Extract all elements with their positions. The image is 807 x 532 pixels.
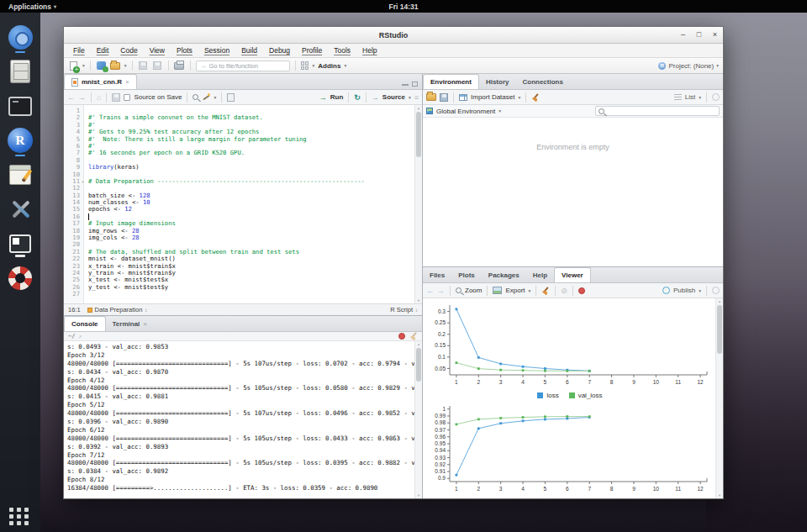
find-replace-icon[interactable] [193,94,198,100]
goto-file-search[interactable]: → [196,61,290,71]
forward-icon[interactable]: → [437,287,445,295]
chevron-down-icon[interactable]: ▾ [498,108,501,113]
svg-text:0.99: 0.99 [435,413,446,419]
open-file-button[interactable] [110,61,121,71]
forward-icon[interactable]: → [78,93,86,102]
menu-item[interactable]: Code [114,46,143,55]
menu-item[interactable]: Tools [328,46,356,55]
goto-file-input[interactable] [209,62,286,70]
dock-item-chromium[interactable] [4,20,36,54]
back-icon[interactable]: ← [426,287,434,295]
source-on-save-checkbox[interactable] [124,94,130,101]
menu-item[interactable]: Session [198,46,235,55]
dock-item-terminal[interactable] [4,89,36,123]
menu-item[interactable]: View [144,46,171,55]
save-workspace-icon[interactable] [440,93,448,102]
scrollbar-thumb[interactable] [416,348,421,382]
code-area[interactable]: #' Trains a simple convnet on the MNIST … [84,105,414,303]
maximize-pane-icon[interactable] [412,82,418,87]
viewer-tab[interactable]: Files [423,267,451,282]
dock-item-file-manager[interactable] [4,55,36,88]
menu-item[interactable]: Edit [91,46,115,55]
minimize-pane-icon[interactable] [402,84,409,86]
close-tab-icon[interactable]: × [125,78,129,86]
tab-mnist-cnn[interactable]: mnist_cnn.R × [64,74,137,89]
clear-console-icon[interactable] [409,332,418,340]
section-jump-menu[interactable]: Data Preparation ↕ [87,306,148,313]
load-workspace-icon[interactable] [426,93,436,101]
clear-all-icon[interactable]: ⊘ [561,287,567,295]
save-button[interactable] [138,61,149,71]
back-icon[interactable]: ← [67,93,75,102]
dock-item-display[interactable] [4,227,36,261]
menu-item[interactable]: Profile [296,46,328,55]
source-button[interactable]: Source [382,93,405,101]
code-tools-icon[interactable] [202,93,210,102]
compile-report-icon[interactable] [227,93,235,102]
viewer-tab[interactable]: Help [526,267,554,282]
environment-tab[interactable]: History [479,74,516,89]
run-button[interactable]: Run [330,93,344,101]
show-applications-button[interactable] [9,508,31,525]
export-button[interactable]: Export [505,287,525,294]
refresh-icon[interactable] [712,287,720,294]
rerun-icon[interactable]: ↻ [354,93,361,102]
environment-search-input[interactable] [607,108,716,114]
close-tab-icon[interactable]: × [143,320,147,328]
dock-item-tools[interactable] [4,192,36,226]
document-outline-icon[interactable]: ≡ [414,93,419,102]
stop-icon[interactable] [398,333,405,340]
console-output[interactable]: s: 0.0493 - val_acc: 0.9853Epoch 3/12480… [64,341,414,498]
file-type-menu[interactable]: R Script ↕ [390,306,418,313]
stop-icon[interactable] [578,287,585,294]
viewer-tab[interactable]: Plots [451,267,482,282]
menu-item[interactable]: Help [356,46,382,55]
addins-menu[interactable]: Addins [318,62,340,70]
new-project-button[interactable] [96,61,107,71]
show-in-folder-icon[interactable]: ⌂ [97,93,101,102]
publish-button[interactable]: Publish [673,287,695,294]
viewer-scrollbar[interactable]: ▲ ▼ [715,298,723,498]
maximize-button[interactable]: □ [691,27,707,43]
refresh-icon[interactable] [712,93,720,101]
pane-layout-button[interactable] [301,61,309,70]
import-dataset-button[interactable]: Import Dataset [471,93,514,101]
dock-item-text-editor[interactable] [4,158,36,192]
dock-item-help[interactable] [4,261,36,295]
new-file-button[interactable] [68,61,79,71]
environment-scope-menu[interactable]: Global Environment [436,108,495,115]
menu-item[interactable]: File [67,46,91,55]
menu-item[interactable]: Build [235,46,263,55]
clear-environment-icon[interactable] [531,93,540,102]
list-view-button[interactable]: List [685,93,695,101]
console-tab[interactable]: Terminal × [106,316,154,331]
code-editor[interactable]: 1234567891011121314151617181920212223242… [64,105,422,303]
close-button[interactable]: × [707,27,723,43]
environment-tab[interactable]: Environment [423,74,479,89]
environment-search[interactable] [595,106,720,116]
editor-scrollbar[interactable]: ▲ ▼ [414,105,422,303]
viewer-tab[interactable]: Viewer [554,267,591,282]
chevron-down-icon[interactable]: ▾ [82,63,85,68]
environment-tab[interactable]: Connections [515,74,569,89]
zoom-button[interactable]: Zoom [465,287,482,294]
menu-item[interactable]: Debug [263,46,296,55]
chevron-down-icon[interactable]: ▾ [124,63,127,68]
open-directory-icon[interactable]: ↗ [77,334,82,340]
console-scrollbar[interactable]: ▲ ▼ [414,341,422,498]
scrollbar-thumb[interactable] [717,305,722,354]
print-button[interactable] [174,61,185,71]
titlebar[interactable]: RStudio – □ × [64,27,723,44]
minimize-button[interactable]: – [675,27,691,43]
chevron-down-icon[interactable]: ▾ [409,95,411,100]
menu-item[interactable]: Plots [171,46,198,55]
console-tab[interactable]: Console [64,316,106,331]
chevron-down-icon[interactable]: ▾ [313,63,315,68]
save-icon[interactable] [112,93,120,102]
project-menu[interactable]: R Project: (None) ▾ [658,62,719,70]
scrollbar-thumb[interactable] [416,112,421,157]
viewer-tab[interactable]: Packages [482,267,526,282]
clear-viewer-icon[interactable] [541,287,550,295]
save-all-button[interactable] [152,61,163,71]
dock-item-r[interactable]: R [4,124,36,157]
